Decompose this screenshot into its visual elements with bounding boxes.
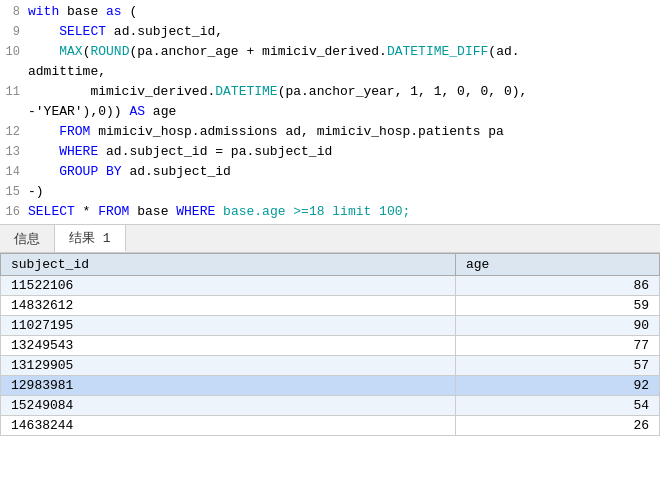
line-num-13: 13 [0, 142, 28, 162]
table-header-row: subject_id age [1, 254, 660, 276]
cell-age: 57 [455, 356, 659, 376]
code-line-11b: -'YEAR'),0)) AS age [0, 102, 660, 122]
code-editor: 8 with base as ( 9 SELECT ad.subject_id,… [0, 0, 660, 225]
cell-subject-id: 14638244 [1, 416, 456, 436]
cell-subject-id: 15249084 [1, 396, 456, 416]
line-num-12: 12 [0, 122, 28, 142]
results-table: subject_id age 1152210686148326125911027… [0, 253, 660, 436]
cell-subject-id: 14832612 [1, 296, 456, 316]
tab-result1-label: 结果 1 [69, 229, 111, 247]
code-text-10b: admittime, [28, 62, 660, 82]
code-line-10: 10 MAX(ROUND(pa.anchor_age + mimiciv_der… [0, 42, 660, 62]
table-row[interactable]: 1152210686 [1, 276, 660, 296]
table-row[interactable]: 1298398192 [1, 376, 660, 396]
table-row[interactable]: 1463824426 [1, 416, 660, 436]
results-area[interactable]: subject_id age 1152210686148326125911027… [0, 253, 660, 436]
line-num-15: 15 [0, 182, 28, 202]
code-line-13: 13 WHERE ad.subject_id = pa.subject_id [0, 142, 660, 162]
table-row[interactable]: 1324954377 [1, 336, 660, 356]
cell-subject-id: 12983981 [1, 376, 456, 396]
cell-age: 54 [455, 396, 659, 416]
code-line-9: 9 SELECT ad.subject_id, [0, 22, 660, 42]
table-row[interactable]: 1102719590 [1, 316, 660, 336]
line-num-11: 11 [0, 82, 28, 102]
cell-subject-id: 11522106 [1, 276, 456, 296]
line-num-14: 14 [0, 162, 28, 182]
code-text-15: -) [28, 182, 660, 202]
code-line-8: 8 with base as ( [0, 2, 660, 22]
cell-age: 92 [455, 376, 659, 396]
cell-age: 59 [455, 296, 659, 316]
table-body: 1152210686148326125911027195901324954377… [1, 276, 660, 436]
code-text-10: MAX(ROUND(pa.anchor_age + mimiciv_derive… [28, 42, 660, 62]
code-text-13: WHERE ad.subject_id = pa.subject_id [28, 142, 660, 162]
code-text-9: SELECT ad.subject_id, [28, 22, 660, 42]
code-text-11b: -'YEAR'),0)) AS age [28, 102, 660, 122]
code-text-12: FROM mimiciv_hosp.admissions ad, mimiciv… [28, 122, 660, 142]
cell-subject-id: 13249543 [1, 336, 456, 356]
table-row[interactable]: 1524908454 [1, 396, 660, 416]
tabs-bar: 信息 结果 1 [0, 225, 660, 253]
code-text-11: mimiciv_derived.DATETIME(pa.anchor_year,… [28, 82, 660, 102]
table-row[interactable]: 1483261259 [1, 296, 660, 316]
line-num-9: 9 [0, 22, 28, 42]
cell-age: 77 [455, 336, 659, 356]
code-line-14: 14 GROUP BY ad.subject_id [0, 162, 660, 182]
line-num-16: 16 [0, 202, 28, 222]
col-header-age: age [455, 254, 659, 276]
code-text-8: with base as ( [28, 2, 660, 22]
code-line-10b: admittime, [0, 62, 660, 82]
code-text-16: SELECT * FROM base WHERE base.age >=18 l… [28, 202, 660, 222]
line-num-8: 8 [0, 2, 28, 22]
cell-subject-id: 11027195 [1, 316, 456, 336]
cell-age: 26 [455, 416, 659, 436]
tab-info-label: 信息 [14, 230, 40, 248]
cell-subject-id: 13129905 [1, 356, 456, 376]
tab-info[interactable]: 信息 [0, 225, 55, 252]
line-num-10: 10 [0, 42, 28, 62]
code-text-14: GROUP BY ad.subject_id [28, 162, 660, 182]
table-row[interactable]: 1312990557 [1, 356, 660, 376]
code-line-15: 15 -) [0, 182, 660, 202]
cell-age: 90 [455, 316, 659, 336]
col-header-subject-id: subject_id [1, 254, 456, 276]
cell-age: 86 [455, 276, 659, 296]
code-line-12: 12 FROM mimiciv_hosp.admissions ad, mimi… [0, 122, 660, 142]
code-line-16: 16 SELECT * FROM base WHERE base.age >=1… [0, 202, 660, 222]
tab-result1[interactable]: 结果 1 [55, 225, 126, 252]
code-line-11: 11 mimiciv_derived.DATETIME(pa.anchor_ye… [0, 82, 660, 102]
